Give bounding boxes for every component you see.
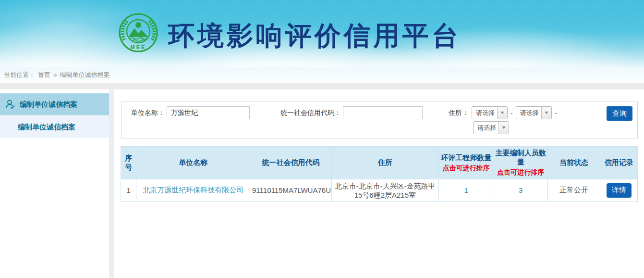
cell-address: 北京市-北京市-大兴区-金苑路甲15号6幢2层A215室 — [331, 179, 438, 202]
city-select[interactable]: 请选择 — [516, 106, 552, 119]
breadcrumb-current: 编制单位诚信档案 — [60, 71, 110, 79]
credit-code-input[interactable] — [343, 106, 423, 119]
engineer-count-link[interactable]: 1 — [464, 186, 468, 194]
site-banner: MEE 环境影响评价信用平台 — [0, 0, 644, 67]
table-row: 1 北京万源世纪环保科技有限公司 91110115MA7LWUA76U 北京市-… — [121, 179, 638, 202]
staff-sort-link[interactable]: 点击可进行排序 — [495, 168, 547, 177]
province-select[interactable]: 请选择 — [472, 106, 508, 119]
col-code: 统一社会信用代码 — [250, 147, 331, 179]
company-name-label: 单位名称： — [131, 109, 165, 117]
chevron-down-icon[interactable] — [541, 107, 551, 119]
search-panel: 单位名称： 统一社会信用代码： 住所： 请选择 - 请选择 - — [122, 101, 638, 139]
person-check-icon — [5, 99, 16, 110]
results-table: 序号 单位名称 统一社会信用代码 住所 环评工程师数量 点击可进行排序 主要编制… — [121, 146, 638, 202]
col-staff-count: 主要编制人员数量 点击可进行排序 — [494, 147, 547, 179]
district-select-value: 请选择 — [474, 122, 498, 134]
staff-count-link[interactable]: 3 — [519, 186, 522, 194]
address-dash-2: - — [555, 109, 557, 117]
sidebar-gap-strip — [109, 89, 114, 278]
engineer-sort-link[interactable]: 点击可进行排序 — [440, 164, 493, 173]
sidebar-item-credit-archive[interactable]: 编制单位诚信档案 — [0, 93, 109, 115]
table-header-row: 序号 单位名称 统一社会信用代码 住所 环评工程师数量 点击可进行排序 主要编制… — [121, 147, 638, 179]
col-status: 当前状态 — [547, 147, 600, 179]
main-panel: 单位名称： 统一社会信用代码： 住所： 请选择 - 请选择 - — [114, 89, 644, 278]
breadcrumb-separator: > — [53, 72, 57, 79]
city-select-value: 请选择 — [516, 107, 541, 119]
col-company: 单位名称 — [136, 147, 250, 179]
col-credit-record: 信用记录 — [600, 147, 638, 179]
cell-code: 91110115MA7LWUA76U — [250, 179, 331, 202]
col-address: 住所 — [331, 147, 438, 179]
col-seq: 序号 — [121, 147, 136, 179]
col-engineer-count: 环评工程师数量 点击可进行排序 — [438, 147, 494, 179]
sidebar: 编制单位诚信档案 编制单位诚信档案 — [0, 89, 109, 278]
divider-strip — [0, 83, 644, 89]
district-select[interactable]: 请选择 — [473, 121, 509, 134]
logo-text: MEE — [131, 44, 146, 50]
sidebar-subitem-credit-archive[interactable]: 编制单位诚信档案 — [0, 116, 109, 138]
address-label: 住所： — [449, 109, 469, 117]
address-dash-1: - — [510, 109, 513, 117]
sidebar-subitem-label: 编制单位诚信档案 — [18, 123, 75, 132]
credit-code-label: 统一社会信用代码： — [280, 109, 341, 117]
page-title: 环境影响评价信用平台 — [168, 18, 461, 54]
chevron-down-icon[interactable] — [497, 107, 507, 119]
detail-button[interactable]: 详情 — [607, 183, 632, 198]
query-button[interactable]: 查询 — [607, 106, 632, 121]
chevron-down-icon[interactable] — [498, 122, 509, 134]
col-engineer-count-label: 环评工程师数量 — [440, 153, 493, 163]
breadcrumb: 当前位置： 首页 > 编制单位诚信档案 — [0, 67, 644, 83]
col-staff-count-label: 主要编制人员数量 — [495, 149, 547, 167]
sidebar-item-label: 编制单位诚信档案 — [20, 100, 77, 109]
content-area: 编制单位诚信档案 编制单位诚信档案 单位名称： 统一社会信用代码： 住所： 请选… — [0, 89, 644, 278]
cell-seq: 1 — [121, 179, 136, 202]
company-link[interactable]: 北京万源世纪环保科技有限公司 — [143, 186, 243, 194]
breadcrumb-label: 当前位置： — [4, 71, 35, 79]
company-name-input[interactable] — [167, 106, 250, 119]
mee-emblem-icon: MEE — [118, 13, 158, 55]
cell-status: 正常公开 — [547, 179, 600, 202]
province-select-value: 请选择 — [472, 107, 497, 119]
breadcrumb-home-link[interactable]: 首页 — [38, 71, 50, 79]
